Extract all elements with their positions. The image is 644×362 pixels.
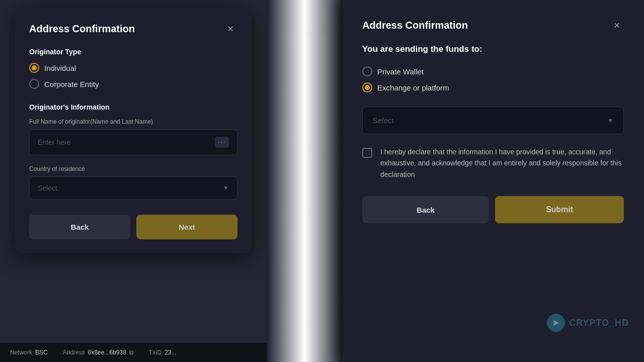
txid-item: TxID 23... — [149, 349, 177, 356]
address-item: Address 0x8ee...6b938 ⧉ — [63, 349, 134, 356]
exchange-select-value: Select — [373, 116, 394, 125]
radio-individual[interactable]: Individual — [29, 63, 237, 73]
txid-value: 23... — [165, 349, 176, 356]
declaration-text: I hereby declare that the information I … — [380, 146, 624, 180]
declaration-checkbox[interactable] — [362, 148, 372, 158]
dots-icon[interactable]: ··· — [215, 137, 229, 148]
right-submit-button[interactable]: Submit — [495, 196, 624, 223]
left-dialog-title: Address Confirmation — [29, 23, 135, 35]
txid-label: TxID — [149, 349, 162, 356]
full-name-input[interactable] — [38, 138, 215, 146]
radio-individual-label: Individual — [44, 64, 76, 72]
left-close-button[interactable]: × — [223, 22, 237, 36]
left-next-button[interactable]: Next — [136, 215, 237, 239]
watermark-icon: ➤ — [547, 314, 565, 332]
right-dialog-subtitle: You are sending the funds to: — [362, 44, 624, 54]
dots-symbol: ··· — [218, 138, 226, 147]
full-name-input-wrapper: ··· — [29, 129, 237, 155]
right-button-row: Back Submit — [362, 196, 624, 223]
right-dialog-title: Address Confirmation — [362, 20, 468, 31]
country-label: Country of residence — [29, 165, 237, 172]
network-item: Network BSC — [10, 349, 48, 356]
country-select-value: Select — [38, 184, 57, 192]
copy-icon[interactable]: ⧉ — [129, 349, 134, 356]
radio-corporate-label: Corporate Entity — [44, 80, 99, 88]
country-select[interactable]: Select ▼ — [29, 176, 237, 200]
left-dialog-header: Address Confirmation × — [29, 22, 237, 36]
originator-info-label: Originator's Information — [29, 103, 237, 111]
radio-exchange-circle — [362, 82, 372, 93]
network-value: BSC — [35, 349, 48, 356]
address-value: 0x8ee...6b938 — [88, 349, 126, 356]
radio-corporate-circle — [29, 79, 39, 89]
address-label: Address — [63, 349, 85, 356]
radio-exchange[interactable]: Exchange or platform — [362, 82, 624, 93]
originator-type-radio-group: Individual Corporate Entity — [29, 63, 237, 89]
watermark-text: CRYPTO_HD — [569, 318, 629, 328]
right-dialog: Address Confirmation × You are sending t… — [342, 0, 644, 362]
radio-exchange-label: Exchange or platform — [377, 83, 449, 92]
right-close-button[interactable]: × — [610, 18, 624, 32]
exchange-chevron-icon: ▼ — [607, 117, 613, 124]
exchange-select[interactable]: Select ▼ — [362, 107, 624, 134]
declaration-box: I hereby declare that the information I … — [362, 146, 624, 180]
network-label: Network — [10, 349, 32, 356]
radio-private-circle — [362, 66, 372, 76]
destination-radio-group: Private Wallet Exchange or platform — [362, 66, 624, 93]
left-button-row: Back Next — [29, 215, 237, 239]
originator-type-label: Originator Type — [29, 48, 237, 56]
chevron-down-icon: ▼ — [223, 185, 229, 192]
divider-strip — [267, 0, 342, 362]
radio-private-label: Private Wallet — [377, 67, 424, 76]
left-dialog: Address Confirmation × Originator Type I… — [15, 8, 252, 253]
watermark: ➤ CRYPTO_HD — [547, 314, 629, 332]
full-name-group: Full Name of originator(Name and Last Na… — [29, 118, 237, 155]
full-name-label: Full Name of originator(Name and Last Na… — [29, 118, 237, 125]
left-back-button[interactable]: Back — [29, 215, 130, 239]
right-back-button[interactable]: Back — [362, 196, 489, 223]
radio-private-wallet[interactable]: Private Wallet — [362, 66, 624, 76]
country-group: Country of residence Select ▼ — [29, 165, 237, 200]
radio-corporate[interactable]: Corporate Entity — [29, 79, 237, 89]
right-dialog-header: Address Confirmation × — [362, 18, 624, 32]
radio-individual-circle — [29, 63, 39, 73]
